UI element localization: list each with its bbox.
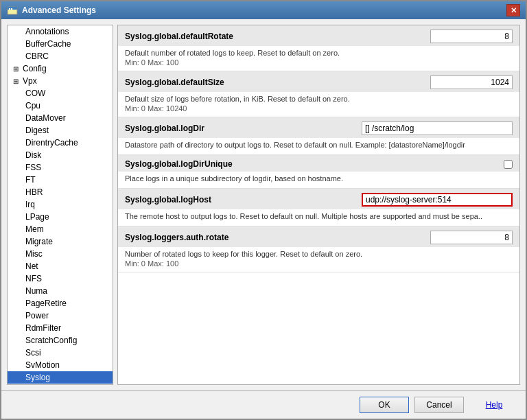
sidebar-item-label: Cpu bbox=[25, 101, 40, 110]
sidebar-item[interactable]: Power bbox=[8, 310, 113, 322]
sidebar-item[interactable]: DataMover bbox=[8, 112, 113, 124]
sidebar-item[interactable]: RdmFilter bbox=[8, 322, 113, 334]
sidebar-item[interactable]: Cpu bbox=[8, 100, 113, 112]
sidebar-item-label: Power bbox=[25, 311, 49, 320]
setting-description: Datastore path of directory to output lo… bbox=[125, 141, 513, 149]
sidebar-item-label: Migrate bbox=[25, 237, 53, 246]
sidebar-item-label: Annotations bbox=[25, 27, 69, 36]
setting-header: Syslog.global.logDirUnique bbox=[118, 155, 519, 172]
setting-value-input[interactable] bbox=[362, 121, 513, 135]
title-controls: ✕ bbox=[506, 4, 520, 16]
setting-checkbox[interactable] bbox=[504, 160, 513, 169]
sidebar-item[interactable]: ⊞Vpx bbox=[8, 75, 113, 87]
sidebar-item[interactable]: ScratchConfig bbox=[8, 334, 113, 347]
sidebar-item-label: Digest bbox=[25, 126, 49, 135]
help-button[interactable]: Help bbox=[469, 397, 519, 413]
sidebar-item[interactable]: PageRetire bbox=[8, 297, 113, 310]
setting-key: Syslog.global.logDir bbox=[125, 124, 204, 133]
setting-group: Syslog.global.logHostThe remote host to … bbox=[118, 189, 519, 226]
sidebar-item[interactable]: DirentryCache bbox=[8, 137, 113, 149]
svg-rect-3 bbox=[11, 8, 12, 10]
setting-group: Syslog.global.defaultRotateDefault numbe… bbox=[118, 25, 519, 71]
setting-group: Syslog.global.logDirDatastore path of di… bbox=[118, 117, 519, 155]
sidebar-item[interactable]: NFS bbox=[8, 272, 113, 285]
sidebar-item[interactable]: Scsi bbox=[8, 347, 113, 359]
setting-key: Syslog.loggers.auth.rotate bbox=[125, 233, 229, 242]
sidebar-item[interactable]: CBRC bbox=[8, 50, 113, 62]
sidebar-item[interactable]: ⊞Config bbox=[8, 62, 113, 75]
expand-icon: ⊞ bbox=[13, 78, 21, 85]
checkbox-wrapper bbox=[504, 160, 513, 169]
sidebar-item[interactable]: SvMotion bbox=[8, 359, 113, 371]
window-icon bbox=[7, 5, 18, 16]
sidebar-item-label: CBRC bbox=[25, 51, 49, 61]
sidebar-item[interactable]: COW bbox=[8, 87, 113, 100]
setting-description: Default number of rotated logs to keep. … bbox=[125, 49, 513, 57]
sidebar-item-label: Config bbox=[23, 64, 47, 73]
advanced-settings-window: Advanced Settings ✕ AnnotationsBufferCac… bbox=[0, 0, 527, 420]
sidebar-item-label: LPage bbox=[25, 212, 49, 222]
sidebar-item[interactable]: FSS bbox=[8, 161, 113, 174]
ok-button[interactable]: OK bbox=[360, 397, 409, 413]
setting-key: Syslog.global.logDirUnique bbox=[125, 159, 233, 169]
setting-header: Syslog.global.logDir bbox=[118, 117, 519, 138]
setting-value-input[interactable] bbox=[362, 193, 513, 207]
expand-icon: ⊞ bbox=[13, 65, 21, 73]
sidebar-item[interactable]: User bbox=[8, 384, 113, 385]
sidebar-item[interactable]: HBR bbox=[8, 186, 113, 198]
setting-header: Syslog.global.defaultSize bbox=[118, 71, 519, 92]
sidebar-item-label: Syslog bbox=[25, 373, 50, 382]
setting-key: Syslog.global.logHost bbox=[125, 195, 211, 205]
setting-body: Place logs in a unique subdirectory of l… bbox=[118, 172, 519, 188]
sidebar-item-label: PageRetire bbox=[25, 299, 67, 308]
sidebar-item[interactable]: Syslog bbox=[8, 371, 113, 384]
sidebar-item-label: Vpx bbox=[23, 76, 37, 86]
sidebar-item-label: Net bbox=[25, 261, 38, 271]
sidebar-item[interactable]: BufferCache bbox=[8, 38, 113, 50]
setting-value-input[interactable] bbox=[430, 231, 513, 244]
sidebar-item-label: ScratchConfig bbox=[25, 336, 77, 345]
sidebar-item-label: Disk bbox=[25, 150, 41, 160]
settings-scroll[interactable]: Syslog.global.defaultRotateDefault numbe… bbox=[118, 25, 519, 384]
sidebar: AnnotationsBufferCacheCBRC⊞Config⊞VpxCOW… bbox=[7, 25, 113, 385]
sidebar-item[interactable]: Digest bbox=[8, 124, 113, 137]
sidebar-item-label: COW bbox=[25, 89, 45, 98]
setting-header: Syslog.loggers.auth.rotate bbox=[118, 226, 519, 247]
sidebar-item[interactable]: Numa bbox=[8, 285, 113, 297]
sidebar-item[interactable]: Annotations bbox=[8, 25, 113, 38]
sidebar-item-label: SvMotion bbox=[25, 360, 60, 370]
sidebar-item-label: FT bbox=[25, 175, 36, 185]
sidebar-item[interactable]: FT bbox=[8, 174, 113, 186]
sidebar-item[interactable]: Disk bbox=[8, 149, 113, 161]
sidebar-item[interactable]: Mem bbox=[8, 223, 113, 235]
content-area: AnnotationsBufferCacheCBRC⊞Config⊞VpxCOW… bbox=[1, 19, 526, 390]
sidebar-item-label: Irq bbox=[25, 200, 35, 209]
sidebar-item[interactable]: Net bbox=[8, 260, 113, 272]
sidebar-item[interactable]: Misc bbox=[8, 248, 113, 260]
setting-range: Min: 0 Max: 100 bbox=[125, 259, 513, 268]
sidebar-item-label: Misc bbox=[25, 249, 43, 259]
setting-description: Number of rotated logs to keep for this … bbox=[125, 250, 513, 258]
cancel-button[interactable]: Cancel bbox=[414, 397, 464, 413]
setting-value-input[interactable] bbox=[430, 75, 513, 89]
sidebar-item[interactable]: LPage bbox=[8, 211, 113, 223]
setting-key: Syslog.global.defaultRotate bbox=[125, 32, 233, 41]
setting-group: Syslog.global.logDirUniquePlace logs in … bbox=[118, 155, 519, 189]
main-panel: Syslog.global.defaultRotateDefault numbe… bbox=[117, 25, 520, 385]
sidebar-item[interactable]: Migrate bbox=[8, 235, 113, 248]
setting-key: Syslog.global.defaultSize bbox=[125, 78, 224, 87]
sidebar-item-label: DirentryCache bbox=[25, 138, 78, 148]
setting-body: Default size of logs before rotation, in… bbox=[118, 92, 519, 117]
sidebar-item-label: BufferCache bbox=[25, 39, 71, 49]
setting-header: Syslog.global.logHost bbox=[118, 189, 519, 209]
setting-body: Number of rotated logs to keep for this … bbox=[118, 247, 519, 272]
close-button[interactable]: ✕ bbox=[506, 4, 520, 16]
sidebar-item[interactable]: Irq bbox=[8, 198, 113, 211]
setting-description: The remote host to output logs to. Reset… bbox=[125, 212, 513, 220]
setting-header: Syslog.global.defaultRotate bbox=[118, 25, 519, 46]
footer: OK Cancel Help bbox=[1, 390, 526, 419]
setting-description: Default size of logs before rotation, in… bbox=[125, 95, 513, 103]
sidebar-item-label: FSS bbox=[25, 163, 41, 172]
setting-value-input[interactable] bbox=[430, 30, 513, 43]
setting-range: Min: 0 Max: 10240 bbox=[125, 104, 513, 113]
